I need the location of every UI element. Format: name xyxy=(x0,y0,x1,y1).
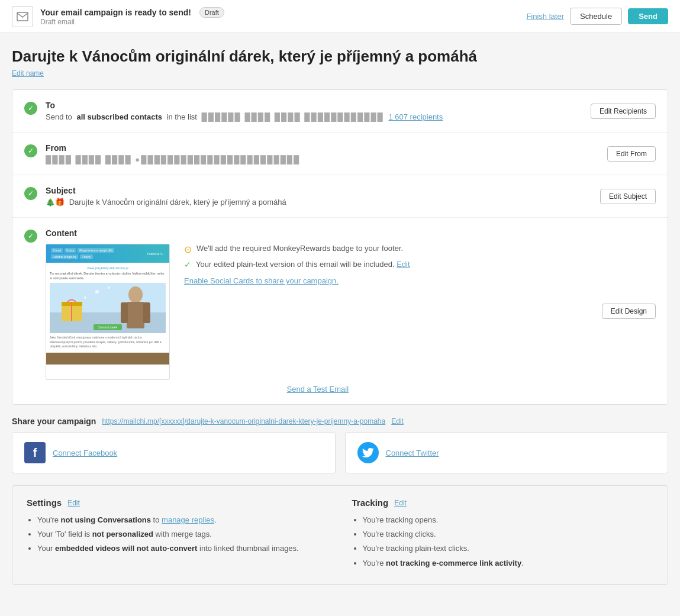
enable-social-link[interactable]: Enable Social Cards to share your campai… xyxy=(184,276,339,285)
preview-nav-1: Zdraví xyxy=(51,248,63,253)
content-info-area: ⊙ We'll add the required MonkeyRewards b… xyxy=(184,244,590,285)
main-content: Darujte k Vánocům originální dárek, kter… xyxy=(0,33,680,599)
from-check-icon: ✓ xyxy=(24,144,37,157)
share-edit-link[interactable]: Edit xyxy=(391,417,404,425)
connect-twitter-link[interactable]: Connect Twitter xyxy=(386,449,439,457)
preview-header: Zdraví Krása Regenerace a terapii těla L… xyxy=(46,244,169,263)
settings-col: Settings Edit You're not using Conversat… xyxy=(27,498,328,572)
check-circle-icon: ✓ xyxy=(184,260,191,269)
preview-top-cta: Pokud se V... xyxy=(147,252,165,256)
svg-rect-8 xyxy=(121,302,128,323)
content-section-body: Content Zdraví Krása Regenerace a terapi… xyxy=(46,228,590,394)
subject-label: Subject xyxy=(46,186,588,195)
from-value: ████ ████ ████ ●████████████████████████ xyxy=(46,155,595,164)
content-check-icon: ✓ xyxy=(24,230,37,243)
send-test-email-link[interactable]: Send a Test Email xyxy=(46,385,590,394)
edit-subject-button[interactable]: Edit Subject xyxy=(600,189,656,204)
email-icon xyxy=(12,6,33,27)
from-label: From xyxy=(46,143,595,153)
info-row-2: ✓ Your edited plain-text version of this… xyxy=(184,260,590,269)
content-action: Edit Design xyxy=(602,304,656,319)
svg-rect-7 xyxy=(127,302,144,328)
plain-text-edit-link[interactable]: Edit xyxy=(397,260,410,269)
settings-header: Settings Edit xyxy=(27,498,328,508)
settings-item-2: Your 'To' field is not personalized with… xyxy=(37,529,328,540)
preview-nav-3: Regenerace a terapii těla xyxy=(78,248,114,253)
from-action: Edit From xyxy=(607,146,656,162)
from-section-row: ✓ From ████ ████ ████ ●█████████████████… xyxy=(12,133,668,175)
subject-section-row: ✓ Subject 🎄🎁 Darujte k Vánocům origináln… xyxy=(12,175,668,218)
draft-badge: Draft xyxy=(199,7,224,18)
enable-social-row: Enable Social Cards to share your campai… xyxy=(184,274,590,285)
to-recipients-link[interactable]: 1 607 recipients xyxy=(388,112,443,121)
warning-icon: ⊙ xyxy=(184,244,192,255)
preview-brown-footer xyxy=(46,353,169,365)
top-bar-title: Your email campaign is ready to send! xyxy=(40,8,191,17)
svg-point-12 xyxy=(84,296,86,299)
preview-nav-4: Lidodné programy xyxy=(51,254,78,259)
connect-twitter-card[interactable]: Connect Twitter xyxy=(345,432,669,473)
email-preview-thumbnail: Zdraví Krása Regenerace a terapii těla L… xyxy=(46,244,170,380)
top-bar-subtitle: Draft email xyxy=(40,18,224,26)
preview-image-block: Zobrazit dárek xyxy=(50,283,166,333)
content-label: Content xyxy=(46,228,590,238)
subject-value: 🎄🎁 Darujte k Vánocům originální dárek, k… xyxy=(46,198,588,207)
send-button[interactable]: Send xyxy=(628,8,668,24)
share-label: Share your campaign xyxy=(12,417,96,426)
edit-recipients-button[interactable]: Edit Recipients xyxy=(591,104,656,119)
edit-design-button[interactable]: Edit Design xyxy=(602,304,656,319)
subject-action: Edit Subject xyxy=(600,189,656,204)
content-inner: Zdraví Krása Regenerace a terapii těla L… xyxy=(46,244,590,380)
edit-name-link[interactable]: Edit name xyxy=(12,69,44,78)
connect-facebook-link[interactable]: Connect Facebook xyxy=(53,449,117,457)
to-value: Send to all subscribed contacts in the l… xyxy=(46,112,579,121)
tracking-item-4: You're not tracking e-commerce link acti… xyxy=(363,558,654,569)
subject-text: Darujte k Vánocům originální dárek, kter… xyxy=(69,198,286,207)
svg-rect-0 xyxy=(17,12,28,21)
top-bar-left: Your email campaign is ready to send! Dr… xyxy=(12,6,224,27)
preview-promo-link: www.przykłady-link-strona.pl xyxy=(50,266,166,270)
tracking-list: You're tracking opens. You're tracking c… xyxy=(352,515,654,569)
subject-check-icon: ✓ xyxy=(24,187,37,200)
tracking-item-1: You're tracking opens. xyxy=(363,515,654,525)
info-row-1: ⊙ We'll add the required MonkeyRewards b… xyxy=(184,244,590,255)
info-text-1: We'll add the required MonkeyRewards bad… xyxy=(196,244,403,253)
to-label: To xyxy=(46,101,579,110)
tracking-item-2: You're tracking clicks. xyxy=(363,529,654,540)
tracking-header: Tracking Edit xyxy=(352,498,654,508)
preview-nav-5: Pobyty xyxy=(80,254,92,259)
tracking-col: Tracking Edit You're tracking opens. You… xyxy=(352,498,654,572)
share-section: Share your campaign https://mailchi.mp/[… xyxy=(12,417,668,426)
to-send-text: Send to xyxy=(46,112,72,121)
schedule-button[interactable]: Schedule xyxy=(570,8,622,25)
svg-point-6 xyxy=(128,286,143,303)
svg-point-11 xyxy=(108,286,110,289)
connect-facebook-card[interactable]: f Connect Facebook xyxy=(12,432,336,473)
svg-rect-9 xyxy=(143,302,150,323)
top-bar-right: Finish later Schedule Send xyxy=(526,8,668,25)
content-section-row: ✓ Content Zdraví Krása Regenerace a tera… xyxy=(12,218,668,404)
settings-list: You're not using Conversations to manage… xyxy=(27,515,328,554)
settings-item-1: You're not using Conversations to manage… xyxy=(37,515,328,525)
subject-emoji: 🎄🎁 xyxy=(46,198,65,207)
edit-from-button[interactable]: Edit From xyxy=(607,146,656,162)
facebook-icon: f xyxy=(24,442,46,463)
tracking-edit-link[interactable]: Edit xyxy=(394,499,407,507)
settings-footer: Settings Edit You're not using Conversat… xyxy=(12,485,668,585)
social-cards-area: f Connect Facebook Connect Twitter xyxy=(12,432,668,473)
finish-later-button[interactable]: Finish later xyxy=(526,12,564,21)
preview-promo-body: Tip na originální dárek: Darujte ženám a… xyxy=(50,272,166,280)
campaign-title: Darujte k Vánocům originální dárek, kter… xyxy=(12,47,668,66)
to-list-name: ██████ ████ ████ ████████████ xyxy=(202,112,384,121)
settings-item-3: Your embedded videos will not auto-conve… xyxy=(37,543,328,554)
campaign-title-area: Darujte k Vánocům originální dárek, kter… xyxy=(12,47,668,78)
info-text-2: Your edited plain-text version of this e… xyxy=(196,260,410,269)
tracking-title: Tracking xyxy=(352,498,389,508)
settings-edit-link[interactable]: Edit xyxy=(67,499,80,507)
preview-footer-text: Jako členská léčivá masoprava, nabývme v… xyxy=(50,336,166,349)
to-section-row: ✓ To Send to all subscribed contacts in … xyxy=(12,90,668,133)
from-section-body: From ████ ████ ████ ●███████████████████… xyxy=(46,143,595,164)
svg-point-10 xyxy=(95,290,99,294)
preview-cta-btn: Zobrazit dárek xyxy=(94,324,122,330)
settings-title: Settings xyxy=(27,498,62,508)
